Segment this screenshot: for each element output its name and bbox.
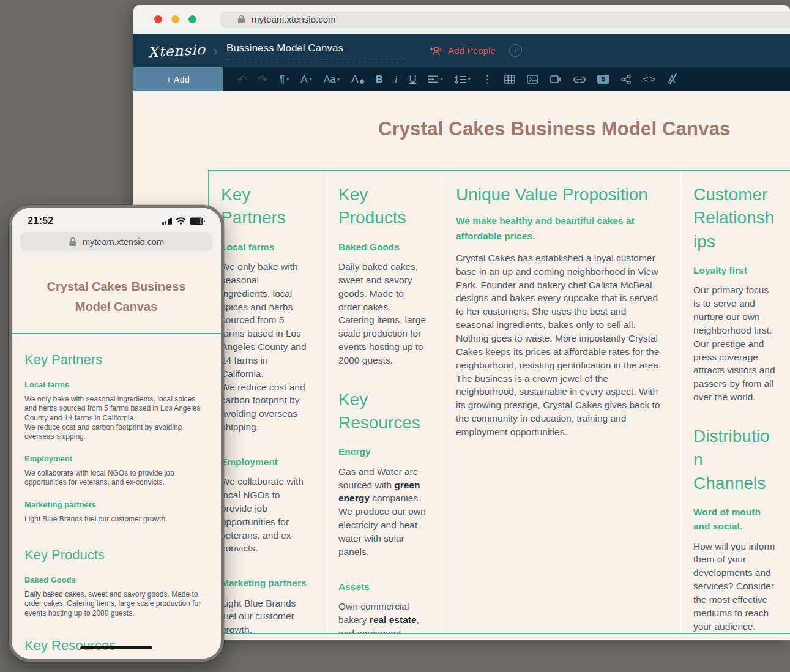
- wifi-icon: [176, 217, 186, 225]
- phone-heading-key-products: Key Products: [24, 547, 208, 563]
- column-key-partners: Key Partners Local farms We only bake wi…: [209, 171, 326, 633]
- cellular-signal-icon: [162, 218, 172, 225]
- zoom-window-button[interactable]: [188, 15, 196, 23]
- minimize-window-button[interactable]: [171, 15, 179, 23]
- phone-status-bar: 21:52: [12, 208, 221, 228]
- document-title-input[interactable]: Bussiness Model Canvas: [226, 42, 404, 59]
- embed-code-icon[interactable]: <>: [643, 75, 657, 84]
- info-icon[interactable]: i: [509, 44, 522, 57]
- phone-body-baked-goods: Daily baked cakes, sweet and savory good…: [24, 590, 208, 618]
- phone-subheading-baked-goods: Baked Goods: [24, 575, 208, 584]
- subheading-loyalty-first[interactable]: Loyalty first: [693, 263, 775, 277]
- share-icon[interactable]: [621, 75, 631, 84]
- canvas-top-border: [12, 333, 221, 334]
- paragraph-style-icon[interactable]: ¶▾: [279, 74, 289, 84]
- phone-page-content: Crystal Cakes Business Model Canvas Key …: [12, 258, 221, 659]
- add-person-icon: [430, 46, 443, 56]
- insert-video-icon[interactable]: [550, 75, 562, 83]
- body-assets[interactable]: Own commercial bakery real estate, and e…: [338, 600, 427, 633]
- column-unique-value-proposition: Unique Value Proposition We make healthy…: [443, 171, 680, 633]
- section-heading-key-resources[interactable]: Key Resources: [338, 388, 427, 435]
- font-size-icon[interactable]: Aa▾: [324, 75, 340, 84]
- section-heading-uvp[interactable]: Unique Value Proposition: [456, 183, 665, 206]
- more-options-icon[interactable]: ⋮: [482, 74, 493, 84]
- subheading-baked-goods[interactable]: Baked Goods: [338, 240, 427, 254]
- phone-subheading-employment: Employment: [24, 454, 208, 463]
- insert-link-icon[interactable]: [573, 76, 586, 83]
- phone-heading-key-resources: Key Resources: [24, 638, 208, 654]
- phone-page-title: Crystal Cakes Business Model Canvas: [34, 277, 198, 317]
- phone-heading-key-partners: Key Partners: [24, 352, 208, 368]
- phone-overlay: 21:52 my: [9, 205, 224, 662]
- editor-toolbar: + Add ↶ ↷ ¶▾ A▾ Aa▾ A B i U ▾ ▾ ⋮: [133, 67, 790, 91]
- uvp-lead[interactable]: We make healthy and beautiful cakes at a…: [456, 214, 665, 244]
- italic-icon[interactable]: i: [395, 75, 397, 84]
- line-spacing-icon[interactable]: ▾: [455, 75, 471, 84]
- align-icon[interactable]: ▾: [428, 75, 443, 83]
- insert-image-icon[interactable]: [527, 75, 538, 84]
- app-header: Xtensio › Bussiness Model Canvas Add Peo…: [133, 34, 790, 67]
- subheading-assets[interactable]: Assets: [338, 580, 427, 594]
- desktop-backdrop: myteam.xtensio.com Xtensio › Bussiness M…: [0, 0, 790, 672]
- add-people-button[interactable]: Add People: [430, 45, 496, 56]
- phone-clock: 21:52: [28, 215, 53, 226]
- subheading-local-farms[interactable]: Local farms: [221, 240, 310, 254]
- phone-subheading-local-farms: Local farms: [24, 380, 208, 389]
- section-heading-customer-relationships[interactable]: Customer Relationships: [693, 183, 775, 253]
- lock-icon: [69, 237, 77, 247]
- formatting-tools: ↶ ↷ ¶▾ A▾ Aa▾ A B i U ▾ ▾ ⋮: [223, 67, 790, 91]
- phone-body-employment: We collaborate with local NGOs to provid…: [24, 469, 208, 488]
- body-loyalty-first[interactable]: Our primary focus is to serve and nurtur…: [693, 283, 775, 404]
- phone-address-bar[interactable]: myteam.xtensio.com: [12, 228, 221, 258]
- undo-icon[interactable]: ↶: [237, 74, 247, 85]
- section-heading-key-partners[interactable]: Key Partners: [221, 183, 310, 230]
- section-heading-distribution-channels[interactable]: Distribution Channels: [693, 425, 775, 495]
- close-window-button[interactable]: [154, 15, 162, 23]
- url-text: myteam.xtensio.com: [252, 14, 336, 24]
- document-canvas: Crystal Cakes Business Model Canvas Key …: [133, 91, 790, 640]
- text-color-icon[interactable]: A: [351, 74, 363, 84]
- bold-icon[interactable]: B: [376, 74, 383, 84]
- lock-icon: [237, 15, 245, 24]
- subheading-word-of-mouth[interactable]: Word of mouth and social.: [693, 505, 775, 534]
- breadcrumb-chevron: ›: [213, 43, 218, 58]
- body-energy[interactable]: Gas and Water are sourced with green ene…: [338, 465, 427, 559]
- browser-chrome: myteam.xtensio.com: [133, 5, 790, 34]
- add-people-label: Add People: [448, 45, 496, 56]
- xtensio-logo[interactable]: Xtensio: [147, 41, 206, 60]
- body-local-farms[interactable]: We only bake with seasonal ingredients, …: [221, 260, 310, 434]
- home-indicator[interactable]: [80, 646, 152, 649]
- uvp-body[interactable]: Crystal Cakes has established a loyal cu…: [456, 252, 665, 439]
- browser-window: myteam.xtensio.com Xtensio › Bussiness M…: [133, 5, 790, 640]
- insert-button-icon[interactable]: B: [597, 75, 610, 84]
- subheading-energy[interactable]: Energy: [338, 444, 427, 458]
- subheading-marketing-partners[interactable]: Marketing partners: [221, 576, 310, 590]
- section-heading-key-products[interactable]: Key Products: [338, 183, 427, 230]
- body-marketing-partners[interactable]: Light Blue Brands fuel our customer grow…: [221, 597, 310, 633]
- font-family-icon[interactable]: A▾: [300, 74, 311, 84]
- subheading-employment[interactable]: Employment: [221, 455, 310, 469]
- phone-body-marketing-partners: Light Blue Brands fuel our customer grow…: [24, 515, 208, 524]
- battery-icon: [190, 217, 206, 225]
- column-customer-relationships: Customer Relationships Loyalty first Our…: [680, 171, 790, 633]
- body-word-of-mouth[interactable]: How will you inform them of your develop…: [693, 540, 775, 633]
- spellcheck-icon[interactable]: A: [668, 74, 675, 84]
- page-title[interactable]: Crystal Cakes Business Model Canvas: [378, 118, 731, 140]
- address-bar[interactable]: myteam.xtensio.com: [220, 12, 790, 28]
- add-content-button[interactable]: + Add: [133, 67, 223, 91]
- color-droplet-icon: [359, 79, 365, 85]
- phone-body-local-farms: We only bake with seasonal ingredients, …: [24, 395, 208, 442]
- insert-table-icon[interactable]: [504, 75, 515, 84]
- column-key-products: Key Products Baked Goods Daily baked cak…: [326, 171, 443, 633]
- body-employment[interactable]: We collaborate with local NGOs to provid…: [221, 475, 310, 555]
- phone-url-text: myteam.xtensio.com: [83, 237, 164, 247]
- redo-icon[interactable]: ↷: [258, 74, 267, 85]
- business-model-canvas-table: Key Partners Local farms We only bake wi…: [208, 170, 790, 634]
- phone-screen: 21:52 my: [12, 208, 221, 659]
- phone-subheading-marketing-partners: Marketing partners: [24, 500, 208, 509]
- body-baked-goods[interactable]: Daily baked cakes, sweet and savory good…: [338, 260, 427, 367]
- underline-icon[interactable]: U: [409, 74, 416, 84]
